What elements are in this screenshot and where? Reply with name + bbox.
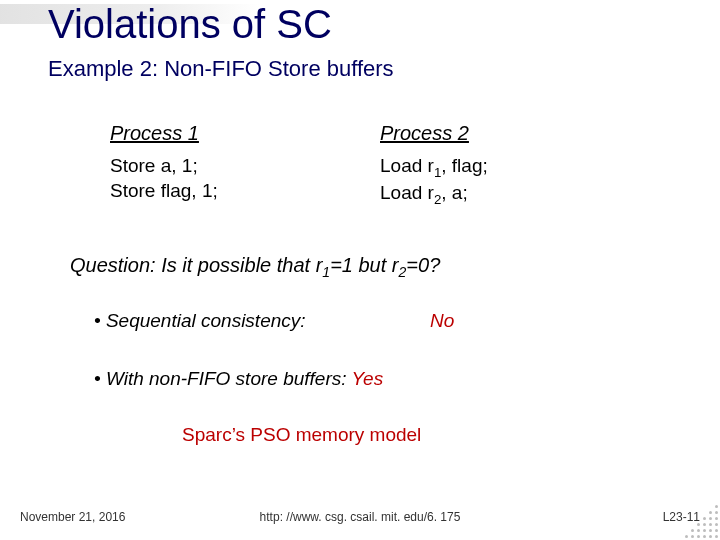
p1-line1: Store a, 1; <box>110 155 198 176</box>
footer-url: http: //www. csg. csail. mit. edu/6. 175 <box>0 510 720 524</box>
p2-line1-pre: Load r <box>380 155 434 176</box>
bullet-non-fifo-text: • With non-FIFO store buffers: <box>94 368 351 389</box>
footer-page-number: L23-11 <box>663 510 700 524</box>
p2-line2-pre: Load r <box>380 182 434 203</box>
p2-line2-post: , a; <box>441 182 467 203</box>
question-text: Question: Is it possible that r1=1 but r… <box>70 254 440 280</box>
process-2-label: Process 2 <box>380 122 469 145</box>
p2-line1-post: , flag; <box>441 155 487 176</box>
sparc-pso-note: Sparc’s PSO memory model <box>182 424 421 446</box>
process-1-label: Process 1 <box>110 122 199 145</box>
slide-title: Violations of SC <box>48 2 332 47</box>
bullet-non-fifo: • With non-FIFO store buffers: Yes <box>94 368 383 390</box>
question-post: =0? <box>406 254 440 276</box>
slide: Violations of SC Example 2: Non-FIFO Sto… <box>0 0 720 540</box>
p1-line2: Store flag, 1; <box>110 180 218 201</box>
question-pre: Question: Is it possible that r <box>70 254 322 276</box>
question-sub1: 1 <box>322 264 330 280</box>
answer-sequential-consistency: No <box>430 310 454 332</box>
answer-non-fifo: Yes <box>351 368 383 389</box>
process-1-code: Store a, 1; Store flag, 1; <box>110 154 218 203</box>
process-2-code: Load r1, flag; Load r2, a; <box>380 154 488 208</box>
bullet-sequential-consistency: • Sequential consistency: <box>94 310 306 332</box>
question-mid: =1 but r <box>330 254 398 276</box>
slide-subtitle: Example 2: Non-FIFO Store buffers <box>48 56 394 82</box>
